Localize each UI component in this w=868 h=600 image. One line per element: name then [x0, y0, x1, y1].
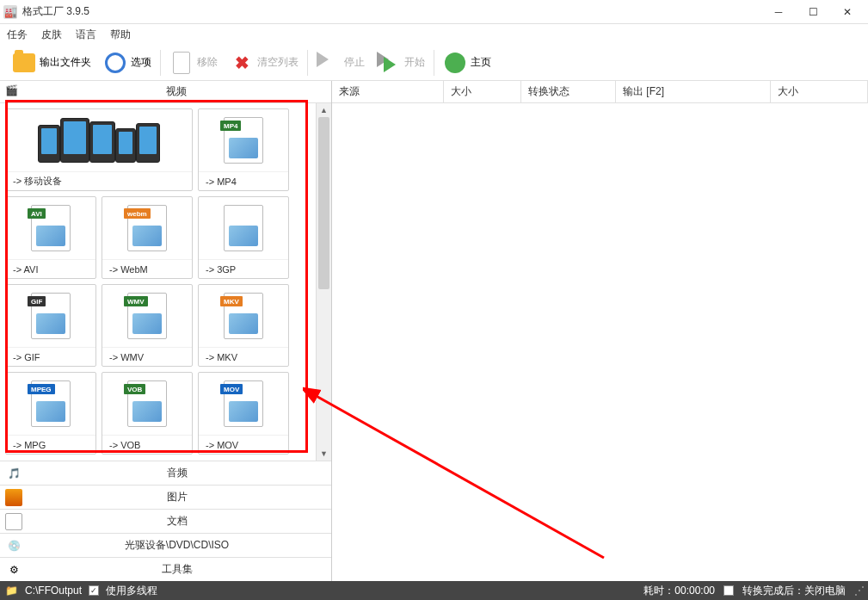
- multithread-checkbox[interactable]: [89, 585, 99, 596]
- document-category-icon: [5, 513, 22, 530]
- minimize-button[interactable]: ─: [761, 0, 796, 24]
- category-picture[interactable]: 图片: [0, 485, 331, 509]
- category-tools[interactable]: ⚙ 工具集: [0, 557, 331, 581]
- scroll-up-icon[interactable]: ▲: [317, 103, 331, 117]
- format-tile-mpeg[interactable]: MPEG-> MPG: [5, 372, 96, 455]
- col-output[interactable]: 输出 [F2]: [616, 81, 771, 102]
- output-folder-button[interactable]: 输出文件夹: [7, 48, 96, 77]
- tile-label: -> 3GP: [199, 259, 288, 278]
- format-tile-gif[interactable]: GIF-> GIF: [5, 284, 96, 367]
- maximize-button[interactable]: ☐: [796, 0, 830, 24]
- menu-help[interactable]: 帮助: [110, 28, 131, 42]
- gear-icon: [103, 51, 127, 75]
- menu-skin[interactable]: 皮肤: [41, 28, 62, 42]
- folder-status-icon[interactable]: 📁: [5, 585, 18, 597]
- homepage-button[interactable]: 主页: [438, 48, 496, 77]
- tools-icon: ⚙: [5, 561, 22, 578]
- tile-label: -> GIF: [6, 347, 95, 366]
- clear-icon: ✖: [230, 51, 254, 75]
- tile-label: -> MPG: [6, 435, 95, 454]
- start-icon: [377, 51, 401, 75]
- format-tile-avi[interactable]: AVI-> AVI: [5, 196, 96, 279]
- stop-icon: [317, 51, 341, 75]
- after-done-label: 转换完成后：关闭电脑: [742, 584, 846, 598]
- tile-label: -> 移动设备: [6, 171, 192, 190]
- window-title: 格式工厂 3.9.5: [22, 4, 761, 19]
- tile-label: -> MP4: [199, 171, 288, 190]
- audio-icon: 🎵: [5, 465, 22, 482]
- globe-icon: [443, 51, 467, 75]
- col-size2[interactable]: 大小: [771, 81, 868, 102]
- tile-label: -> MKV: [199, 347, 288, 366]
- category-document[interactable]: 文档: [0, 509, 331, 533]
- format-tile-mp4[interactable]: MP4-> MP4: [198, 108, 289, 191]
- separator: [160, 50, 161, 76]
- category-rom[interactable]: 💿 光驱设备\DVD\CD\ISO: [0, 533, 331, 557]
- options-button[interactable]: 选项: [98, 48, 157, 77]
- format-tile-mov[interactable]: MOV-> MOV: [198, 372, 289, 455]
- start-button[interactable]: 开始: [372, 48, 430, 77]
- tile-label: -> WebM: [102, 259, 192, 278]
- table-header: 来源 大小 转换状态 输出 [F2] 大小: [332, 81, 868, 103]
- format-tile-[interactable]: -> 移动设备: [5, 108, 193, 191]
- separator: [434, 50, 434, 76]
- video-icon: 🎬: [5, 84, 21, 100]
- format-tile-webm[interactable]: webm-> WebM: [102, 196, 193, 279]
- col-size[interactable]: 大小: [444, 81, 521, 102]
- clear-list-button[interactable]: ✖ 清空列表: [225, 48, 304, 77]
- scroll-thumb[interactable]: [318, 117, 329, 289]
- document-icon: [169, 51, 194, 75]
- tile-label: -> VOB: [102, 435, 192, 454]
- picture-icon: [5, 489, 22, 506]
- output-path[interactable]: C:\FFOutput: [25, 585, 82, 597]
- format-tile-wmv[interactable]: WMV-> WMV: [102, 284, 193, 367]
- stop-button[interactable]: 停止: [311, 48, 370, 77]
- after-done-checkbox[interactable]: [723, 585, 734, 596]
- col-source[interactable]: 来源: [332, 81, 444, 102]
- category-audio[interactable]: 🎵 音频: [0, 461, 331, 485]
- folder-icon: [12, 51, 36, 75]
- scroll-down-icon[interactable]: ▼: [317, 447, 331, 461]
- app-icon: 🏭: [3, 5, 17, 19]
- format-tile-vob[interactable]: VOB-> VOB: [102, 372, 193, 455]
- elapsed-label: 耗时：00:00:00: [643, 584, 715, 598]
- format-tile-3gp[interactable]: -> 3GP: [198, 196, 289, 279]
- format-tile-mkv[interactable]: MKV-> MKV: [198, 284, 289, 367]
- table-body: [332, 103, 868, 581]
- scrollbar[interactable]: ▲ ▼: [316, 103, 331, 461]
- tile-label: -> AVI: [6, 259, 95, 278]
- menu-task[interactable]: 任务: [7, 28, 28, 42]
- tile-label: -> MOV: [199, 435, 288, 454]
- multithread-label: 使用多线程: [106, 584, 157, 598]
- separator: [307, 50, 308, 76]
- menu-language[interactable]: 语言: [76, 28, 96, 42]
- resize-grip-icon[interactable]: ⋰: [854, 585, 863, 597]
- tile-label: -> WMV: [102, 347, 192, 366]
- category-header-video[interactable]: 🎬 视频: [0, 81, 331, 103]
- format-grid: -> 移动设备MP4-> MP4AVI-> AVIwebm-> WebM-> 3…: [0, 103, 316, 461]
- col-status[interactable]: 转换状态: [521, 81, 616, 102]
- remove-button[interactable]: 移除: [164, 48, 223, 77]
- disc-icon: 💿: [5, 537, 22, 554]
- close-button[interactable]: ✕: [830, 0, 865, 24]
